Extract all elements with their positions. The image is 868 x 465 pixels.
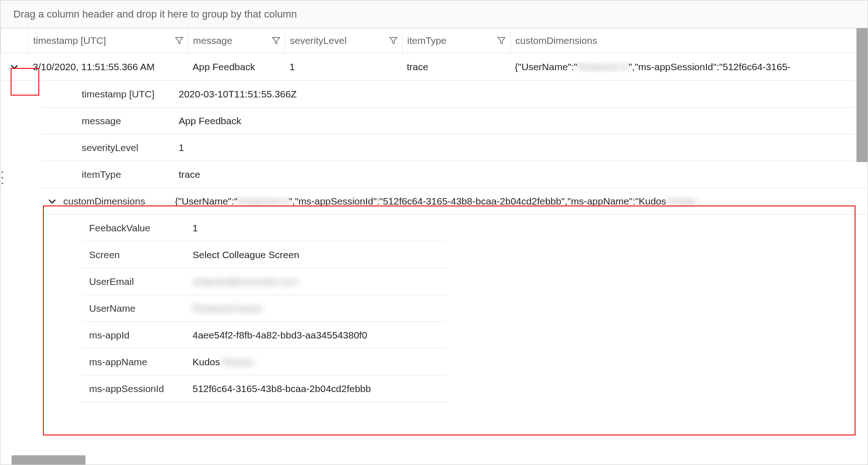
column-header-row: timestamp [UTC] message severityLevel it… [0,28,868,53]
timestamp-cell: 3/10/2020, 11:51:55.366 AM [28,61,188,72]
chevron-down-icon [48,197,56,205]
detail-key: message [41,115,175,127]
filter-icon[interactable] [175,36,183,45]
timestamp-header-label: timestamp [UTC] [33,35,106,46]
cd-value: Select Colleague Screen [188,249,446,260]
detail-value: {"UserName":"Redacted N","ms-appSessionI… [175,196,868,207]
cd-value: Redacted Name [188,303,446,314]
cd-value: 512f6c64-3165-43b8-bcaa-2b04cd2febbb [188,383,446,394]
cd-ms-appname: ms-appName Kudos Redact [82,349,446,375]
expand-row-toggle[interactable] [0,53,28,81]
cd-key: ms-appName [82,356,188,368]
message-column-header[interactable]: message [188,29,285,53]
chevron-down-icon [10,63,18,71]
message-header-label: message [193,35,232,46]
cd-ms-appsession: ms-appSessionId 512f6c64-3165-43b8-bcaa-… [82,375,446,402]
cd-key: FeebackValue [82,223,188,234]
redacted-email: redacted@example.com [193,276,298,287]
expand-customdimensions-toggle[interactable] [41,197,63,205]
detail-message: message App Feedback [41,108,868,134]
detail-key: timestamp [UTC] [41,89,175,100]
message-cell: App Feedback [188,61,285,72]
detail-key: itemType [41,169,175,180]
redacted-username: Redacted Name [193,303,263,314]
severity-header-label: severityLevel [290,35,347,46]
group-by-hint: Drag a column header and drop it here to… [13,8,297,20]
customdimensions-cell: {"UserName":"Redacted N","ms-appSessionI… [510,61,868,72]
customdimensions-column-header[interactable]: customDimensions [511,29,868,53]
cd-feedbackvalue: FeebackValue 1 [82,215,446,242]
filter-icon[interactable] [497,36,506,45]
itemtype-column-header[interactable]: itemType [403,29,511,53]
redacted-appname-suffix: Redact [223,356,253,367]
cd-key: ms-appId [82,330,188,341]
cd-key: UserName [82,303,188,314]
detail-itemtype: itemType trace [41,161,868,188]
redacted-username: Redacted N [238,196,289,206]
data-grid-frame: Drag a column header and drop it here to… [0,0,868,465]
detail-timestamp: timestamp [UTC] 2020-03-10T11:51:55.366Z [41,81,868,108]
filter-icon[interactable] [389,36,398,45]
itemtype-header-label: itemType [407,35,446,46]
cd-screen: Screen Select Colleague Screen [82,242,446,268]
severity-cell: 1 [285,61,402,72]
cd-key: UserEmail [82,276,188,287]
customdimensions-details: FeebackValue 1 Screen Select Colleague S… [82,215,868,402]
detail-value: trace [175,169,868,180]
severity-column-header[interactable]: severityLevel [285,29,403,53]
detail-value: 1 [175,142,868,153]
expand-column-header [1,29,29,53]
cd-ms-appid: ms-appId 4aee54f2-f8fb-4a82-bbd3-aa34554… [82,322,446,349]
redacted-username: Redacted N [578,61,629,72]
cd-value: redacted@example.com [188,276,446,287]
detail-value: App Feedback [175,115,868,127]
cd-key: Screen [82,249,188,260]
horizontal-scrollbar-thumb[interactable] [12,455,85,465]
detail-value: 2020-03-10T11:51:55.366Z [175,89,868,100]
grid-scroll-area: timestamp [UTC] message severityLevel it… [0,28,868,459]
filter-icon[interactable] [272,36,280,45]
detail-severity: severityLevel 1 [41,134,868,161]
redacted-appname-suffix: Redac [669,196,697,206]
table-row[interactable]: 3/10/2020, 11:51:55.366 AM App Feedback … [0,53,868,81]
detail-customdimensions[interactable]: customDimensions {"UserName":"Redacted N… [41,188,868,215]
cd-value: 4aee54f2-f8fb-4a82-bbd3-aa34554380f0 [188,330,446,341]
itemtype-cell: trace [402,61,510,72]
detail-key: severityLevel [41,142,175,153]
timestamp-column-header[interactable]: timestamp [UTC] [29,29,188,53]
cd-value: 1 [188,223,446,234]
detail-key: customDimensions [63,196,175,207]
row-details: timestamp [UTC] 2020-03-10T11:51:55.366Z… [41,81,868,402]
cd-key: ms-appSessionId [82,383,188,394]
vertical-scrollbar-thumb[interactable] [856,28,868,162]
group-by-drop-zone[interactable]: Drag a column header and drop it here to… [0,0,868,28]
cd-useremail: UserEmail redacted@example.com [82,268,446,295]
customdimensions-header-label: customDimensions [515,35,597,46]
cd-value: Kudos Redact [188,356,446,368]
cd-username: UserName Redacted Name [82,295,446,322]
